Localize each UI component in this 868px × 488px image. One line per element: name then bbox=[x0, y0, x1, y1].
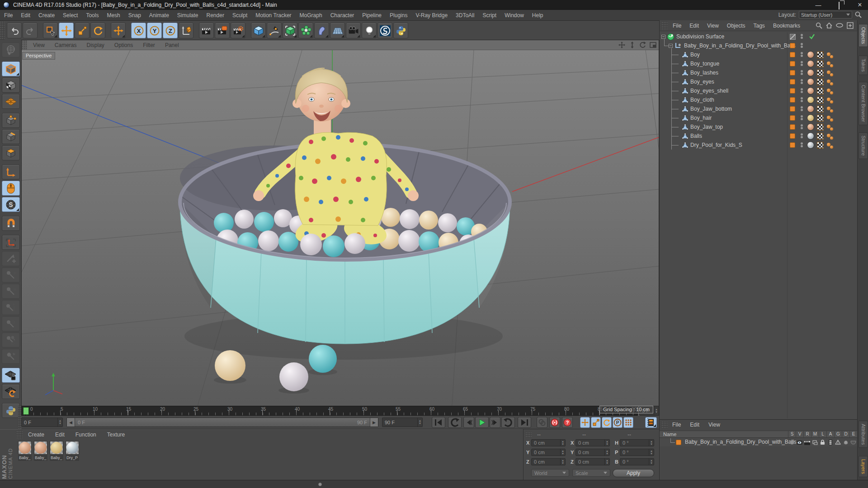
key-rotation-toggle[interactable] bbox=[602, 417, 612, 428]
tab-objects[interactable]: Objects bbox=[859, 24, 868, 47]
render-to-picture-viewer-button[interactable] bbox=[215, 23, 230, 38]
om-eye-icon[interactable] bbox=[836, 22, 843, 29]
deformers-toggle[interactable] bbox=[842, 439, 849, 446]
timeline-ruler[interactable]: 0 5 10 15 20 25 30 35 40 45 50 55 60 65 … bbox=[21, 406, 638, 416]
next-frame-button[interactable] bbox=[490, 417, 500, 428]
live-selection-tool[interactable] bbox=[43, 23, 58, 38]
render-view-button[interactable] bbox=[199, 23, 214, 38]
collapse-icon[interactable] bbox=[661, 35, 665, 39]
enable-axis-button[interactable] bbox=[2, 164, 20, 179]
visibility-dots[interactable] bbox=[801, 133, 803, 139]
material-preview-sphere[interactable] bbox=[34, 441, 47, 455]
visibility-dots[interactable] bbox=[801, 115, 803, 121]
menu-3dtoall[interactable]: 3DToAll bbox=[452, 10, 478, 21]
menu-tools[interactable]: Tools bbox=[82, 10, 103, 21]
polygon-object-icon[interactable] bbox=[682, 115, 688, 121]
toolbar-grip[interactable] bbox=[0, 21, 5, 40]
material-tag[interactable] bbox=[807, 51, 814, 58]
polygon-object-icon[interactable] bbox=[682, 106, 688, 112]
stepper-icons[interactable]: ▲▼ bbox=[417, 418, 422, 427]
material-tag[interactable] bbox=[807, 132, 814, 140]
enabled-toggle[interactable] bbox=[790, 34, 796, 40]
material-tag[interactable] bbox=[807, 69, 814, 76]
menu-character[interactable]: Character bbox=[326, 10, 359, 21]
visibility-dots[interactable] bbox=[801, 42, 803, 48]
material-item[interactable]: Dry_P bbox=[66, 441, 79, 461]
menu-simulate[interactable]: Simulate bbox=[173, 10, 203, 21]
transform-mode-dropdown[interactable]: Scale bbox=[572, 469, 610, 477]
viewport-toggle-panel-icon[interactable] bbox=[649, 41, 657, 49]
polygons-mode-button[interactable] bbox=[2, 145, 20, 160]
material-menu-texture[interactable]: Texture bbox=[102, 432, 130, 438]
add-light-button[interactable] bbox=[362, 23, 377, 38]
rot-h-field[interactable]: 0 °▲▼ bbox=[620, 439, 654, 446]
x-axis-lock-button[interactable]: X bbox=[131, 23, 146, 38]
material-preview-sphere[interactable] bbox=[50, 441, 63, 455]
om-search-icon[interactable] bbox=[815, 22, 822, 29]
om-menu-view[interactable]: View bbox=[703, 23, 723, 29]
menu-select[interactable]: Select bbox=[59, 10, 82, 21]
selection-tags[interactable] bbox=[827, 133, 835, 141]
sketch-and-toon-button[interactable] bbox=[377, 23, 392, 38]
viewport-menu-grip[interactable] bbox=[22, 40, 27, 50]
tree-row-boy-eyes-shell[interactable]: Boy_eyes_shell bbox=[660, 86, 858, 95]
menu-window[interactable]: Window bbox=[500, 10, 528, 21]
current-frame-spinner[interactable]: 0 F▲▼ bbox=[21, 418, 63, 427]
check-icon[interactable] bbox=[809, 33, 815, 39]
selection-tags[interactable] bbox=[827, 142, 835, 150]
record-keyframe-button[interactable] bbox=[549, 417, 560, 428]
menu-help[interactable]: Help bbox=[528, 10, 547, 21]
tree-row-baby-boy-group[interactable]: 0 Baby_Boy_in_a_Folding_Dry_Pool_with_Ba… bbox=[660, 41, 858, 50]
key-parameter-toggle[interactable]: P bbox=[613, 417, 623, 428]
generators-toggle[interactable] bbox=[834, 439, 842, 446]
layer-color-chip[interactable] bbox=[790, 79, 795, 84]
coordinate-space-dropdown[interactable]: World bbox=[531, 469, 569, 477]
polygon-object-icon[interactable] bbox=[682, 133, 688, 139]
tab-structure[interactable]: Structure bbox=[859, 132, 868, 159]
layout-dropdown[interactable]: Startup (User) bbox=[799, 11, 852, 19]
layer-color-chip[interactable] bbox=[676, 440, 681, 445]
timeline-grip[interactable] bbox=[18, 406, 21, 429]
tree-row-boy-hair[interactable]: Boy_hair bbox=[660, 113, 858, 122]
polygon-object-icon[interactable] bbox=[682, 79, 688, 84]
viewport-canvas[interactable] bbox=[22, 50, 659, 420]
layer-color-chip[interactable] bbox=[790, 124, 795, 130]
viewport-menu-panel[interactable]: Panel bbox=[160, 42, 184, 48]
view-toggle[interactable] bbox=[796, 439, 803, 446]
next-key-button[interactable] bbox=[501, 417, 515, 428]
material-preview-sphere[interactable] bbox=[18, 441, 32, 455]
tab-takes[interactable]: Takes bbox=[859, 56, 868, 75]
preview-range-slider[interactable]: ◀ 0 F 90 F ▶ bbox=[66, 418, 378, 427]
selection-tags[interactable] bbox=[827, 97, 835, 104]
uvw-tag[interactable] bbox=[817, 61, 824, 67]
tree-row-boy-cloth[interactable]: Boy_cloth bbox=[660, 95, 858, 104]
add-cube-primitive-button[interactable] bbox=[251, 23, 266, 38]
visibility-dots[interactable] bbox=[801, 106, 803, 112]
tab-attributes[interactable]: Attributes bbox=[859, 421, 868, 448]
col-lock[interactable]: L bbox=[819, 431, 826, 437]
material-menu-function[interactable]: Function bbox=[70, 432, 102, 438]
polygon-object-icon[interactable] bbox=[682, 52, 688, 57]
visibility-dots[interactable] bbox=[801, 33, 803, 39]
selection-tags[interactable] bbox=[827, 52, 835, 59]
python-scripting-button[interactable] bbox=[393, 23, 408, 38]
layer-color-chip[interactable] bbox=[790, 97, 795, 103]
viewport-pan-icon[interactable] bbox=[618, 41, 626, 49]
pos-z-field[interactable]: 0 cm▲▼ bbox=[531, 458, 566, 465]
tree-row-boy-eyes[interactable]: Boy_eyes bbox=[660, 77, 858, 86]
layer-row[interactable]: Baby_Boy_in_a_Folding_Dry_Pool_with_Ball… bbox=[660, 438, 858, 446]
apply-button[interactable]: Apply bbox=[613, 469, 654, 477]
scale-tool[interactable] bbox=[75, 23, 90, 38]
snap-settings-button[interactable]: S bbox=[2, 197, 20, 212]
material-item[interactable]: Baby_ bbox=[34, 441, 47, 461]
y-axis-lock-button[interactable]: Y bbox=[147, 23, 162, 38]
move-tool[interactable] bbox=[59, 23, 74, 38]
animation-toggle[interactable] bbox=[826, 439, 834, 446]
viewport-solo-button[interactable] bbox=[2, 181, 20, 196]
coordinates-grip[interactable] bbox=[525, 432, 532, 437]
material-tag[interactable] bbox=[807, 78, 814, 85]
polygon-object-icon[interactable] bbox=[682, 61, 688, 66]
polygon-object-icon[interactable] bbox=[682, 97, 688, 103]
current-frame-marker[interactable] bbox=[23, 407, 29, 415]
tree-row-boy-jaw-bottom[interactable]: Boy_Jaw_bottom bbox=[660, 104, 858, 113]
